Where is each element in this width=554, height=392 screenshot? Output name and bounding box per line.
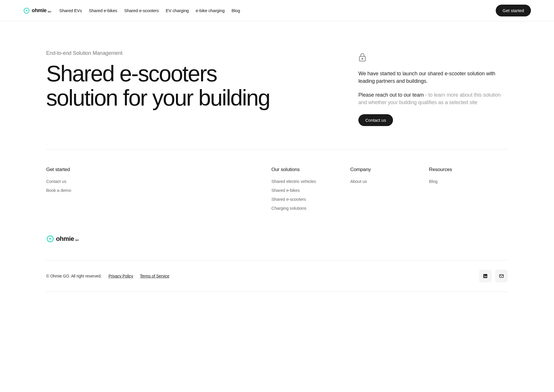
hero-right: We have started to launch our shared e-s… bbox=[358, 50, 508, 126]
linkedin-button[interactable] bbox=[479, 270, 492, 282]
footer-link-charging[interactable]: Charging solutions bbox=[271, 206, 350, 211]
nav-blog[interactable]: Blog bbox=[231, 8, 240, 13]
svg-rect-6 bbox=[484, 276, 485, 277]
footer-columns: Get started Contact us Book a demo Our s… bbox=[46, 149, 508, 235]
hero-title-line1: Shared e-scooters bbox=[46, 61, 217, 86]
footer-link-shared-evs[interactable]: Shared electric vehicles bbox=[271, 179, 350, 184]
footer-col-get-started: Get started Contact us Book a demo bbox=[46, 167, 271, 215]
lock-icon bbox=[358, 52, 366, 62]
terms-link[interactable]: Terms of Service bbox=[140, 274, 169, 278]
contact-us-button[interactable]: Contact us bbox=[358, 114, 393, 126]
logo-sub: GO bbox=[48, 10, 51, 13]
linkedin-icon bbox=[483, 273, 488, 279]
nav-ev-charging[interactable]: EV charging bbox=[166, 8, 189, 13]
footer-heading-resources: Resources bbox=[429, 167, 508, 172]
get-started-button[interactable]: Get started bbox=[496, 5, 531, 16]
nav-shared-evs[interactable]: Shared EVs bbox=[59, 8, 82, 13]
privacy-policy-link[interactable]: Privacy Policy bbox=[108, 274, 133, 278]
hero-para1: We have started to launch our shared e-s… bbox=[358, 70, 508, 85]
email-button[interactable] bbox=[495, 270, 508, 282]
footer-link-about-us[interactable]: About us bbox=[350, 179, 429, 184]
footer-heading-solutions: Our solutions bbox=[271, 167, 350, 172]
footer-heading-company: Company bbox=[350, 167, 429, 172]
footer-link-shared-ebikes[interactable]: Shared e-bikes bbox=[271, 188, 350, 193]
footer-link-shared-escooters[interactable]: Shared e-scooters bbox=[271, 197, 350, 202]
nav-ebike-charging[interactable]: e-bike charging bbox=[196, 8, 224, 13]
footer-logo-row: ohmie GO bbox=[46, 235, 508, 260]
footer-col-company: Company About us bbox=[350, 167, 429, 215]
hero-title: Shared e-scooters solution for your buil… bbox=[46, 61, 324, 110]
logo-text: ohmie bbox=[32, 7, 46, 14]
site-header: ohmie GO Shared EVs Shared e-bikes Share… bbox=[0, 0, 554, 21]
footer-heading-get-started: Get started bbox=[46, 167, 271, 172]
social-icons bbox=[479, 270, 508, 282]
footer-link-contact-us[interactable]: Contact us bbox=[46, 179, 271, 184]
footer-link-book-demo[interactable]: Book a demo bbox=[46, 188, 271, 193]
logo-icon bbox=[23, 7, 30, 14]
header-left: ohmie GO Shared EVs Shared e-bikes Share… bbox=[23, 7, 240, 14]
main-nav: Shared EVs Shared e-bikes Shared e-scoot… bbox=[59, 8, 240, 13]
footer-bottom: © Ohmie GO. All right reserved. Privacy … bbox=[46, 260, 508, 292]
hero-eyebrow: End-to-end Solution Management bbox=[46, 50, 324, 56]
hero-para2: Please reach out to our team - to learn … bbox=[358, 91, 508, 106]
footer-logo-text: ohmie bbox=[56, 235, 74, 243]
copyright-text: © Ohmie GO. All right reserved. bbox=[46, 274, 102, 278]
hero-para2-strong: Please reach out to our team bbox=[358, 92, 424, 98]
hero-section: End-to-end Solution Management Shared e-… bbox=[46, 21, 508, 149]
footer-link-blog[interactable]: Blog bbox=[429, 179, 508, 184]
svg-point-2 bbox=[362, 58, 363, 59]
logo-link[interactable]: ohmie GO bbox=[23, 7, 51, 14]
footer-bottom-left: © Ohmie GO. All right reserved. Privacy … bbox=[46, 274, 169, 278]
mail-icon bbox=[499, 273, 504, 279]
hero-title-line2: solution for your building bbox=[46, 85, 270, 110]
hero-left: End-to-end Solution Management Shared e-… bbox=[46, 50, 324, 126]
footer-col-solutions: Our solutions Shared electric vehicles S… bbox=[271, 167, 350, 215]
footer-col-resources: Resources Blog bbox=[429, 167, 508, 215]
footer-logo-icon bbox=[46, 235, 54, 243]
nav-shared-escooters[interactable]: Shared e-scooters bbox=[124, 8, 159, 13]
footer-logo-link[interactable]: ohmie GO bbox=[46, 235, 508, 243]
page-container: End-to-end Solution Management Shared e-… bbox=[23, 21, 531, 292]
svg-point-5 bbox=[484, 275, 485, 276]
footer-logo-sub: GO bbox=[75, 239, 79, 241]
nav-shared-ebikes[interactable]: Shared e-bikes bbox=[89, 8, 117, 13]
